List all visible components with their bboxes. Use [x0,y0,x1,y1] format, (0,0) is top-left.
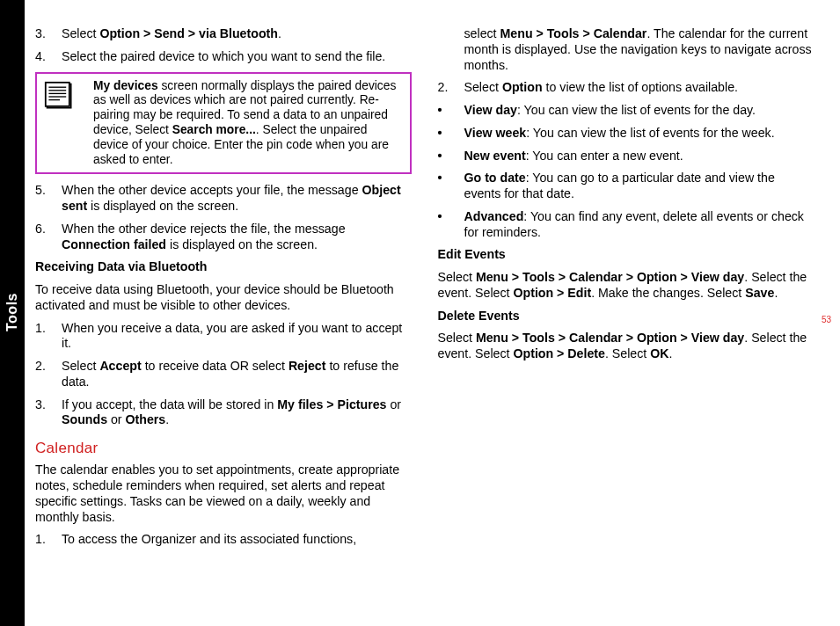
step-number: 4. [35,49,62,65]
step-number: 5. [35,183,62,215]
page-number: 53 [822,315,831,326]
bullet-view-week: • View week: You can view the list of ev… [438,126,814,142]
heading-edit-events: Edit Events [438,247,814,263]
step-3: 3. Select Option > Send > via Bluetooth. [35,26,412,42]
bullet-text: New event: You can enter a new event. [464,149,814,164]
step-number: 1. [35,321,62,353]
step-text: Select Option > Send > via Bluetooth. [62,26,412,42]
cal-step-2: 2. Select Option to view the list of opt… [438,80,814,96]
heading-delete-events: Delete Events [438,309,814,324]
bullet-marker: • [438,171,464,202]
bullet-marker: • [438,149,464,164]
column-right: select Menu > Tools > Calendar. The cale… [438,26,814,555]
step-number: 2. [438,80,464,96]
note-text: My devices screen normally displays the … [93,77,406,170]
step-text: Select Option to view the list of option… [464,80,814,96]
step-number: 2. [35,359,62,390]
cal-step-1: 1. To access the Organizer and its assoc… [35,532,412,548]
bullet-marker: • [438,126,464,142]
recv-step-3: 3. If you accept, the data will be store… [35,397,412,429]
step-5: 5. When the other device accepts your fi… [35,183,412,215]
note-icon [40,77,93,170]
step-text: To access the Organizer and its associat… [62,532,412,548]
step-text: When the other device accepts your file,… [62,183,412,215]
step-number: 6. [35,222,62,253]
step-4: 4. Select the paired device to which you… [35,49,412,65]
heading-receiving: Receiving Data via Bluetooth [35,259,412,275]
page-content: 3. Select Option > Send > via Bluetooth.… [35,26,814,555]
step-text: Select Accept to receive data OR select … [62,359,412,390]
bullet-advanced: • Advanced: You can find any event, dele… [438,209,814,241]
step-number: 3. [35,397,62,429]
svg-rect-1 [46,82,69,106]
continuation-text: select Menu > Tools > Calendar. The cale… [438,26,814,73]
bullet-new-event: • New event: You can enter a new event. [438,149,814,164]
paragraph: To receive data using Bluetooth, your de… [35,282,412,314]
bullet-go-to-date: • Go to date: You can go to a particular… [438,171,814,202]
bullet-view-day: • View day: You can view the list of eve… [438,103,814,119]
step-text: When the other device rejects the file, … [62,222,412,253]
section-title-calendar: Calendar [35,439,412,457]
step-number: 1. [35,532,62,548]
bullet-marker: • [438,103,464,119]
bullet-text: View week: You can view the list of even… [464,126,814,142]
bullet-marker: • [438,209,464,241]
side-tab-tools: Tools [0,273,25,352]
bullet-text: Go to date: You can go to a particular d… [464,171,814,202]
step-text: If you accept, the data will be stored i… [62,397,412,429]
bullet-text: Advanced: You can find any event, delete… [464,209,814,241]
paragraph: Select Menu > Tools > Calendar > Option … [438,270,814,302]
paragraph: Select Menu > Tools > Calendar > Option … [438,331,814,362]
note-box: My devices screen normally displays the … [35,72,412,175]
recv-step-2: 2. Select Accept to receive data OR sele… [35,359,412,390]
step-number: 3. [35,26,62,42]
column-left: 3. Select Option > Send > via Bluetooth.… [35,26,412,555]
paragraph: The calendar enables you to set appointm… [35,462,412,525]
recv-step-1: 1. When you receive a data, you are aske… [35,321,412,353]
step-text: When you receive a data, you are asked i… [62,321,412,353]
step-6: 6. When the other device rejects the fil… [35,222,412,253]
bullet-text: View day: You can view the list of event… [464,103,814,119]
step-text: Select the paired device to which you wa… [62,49,412,65]
